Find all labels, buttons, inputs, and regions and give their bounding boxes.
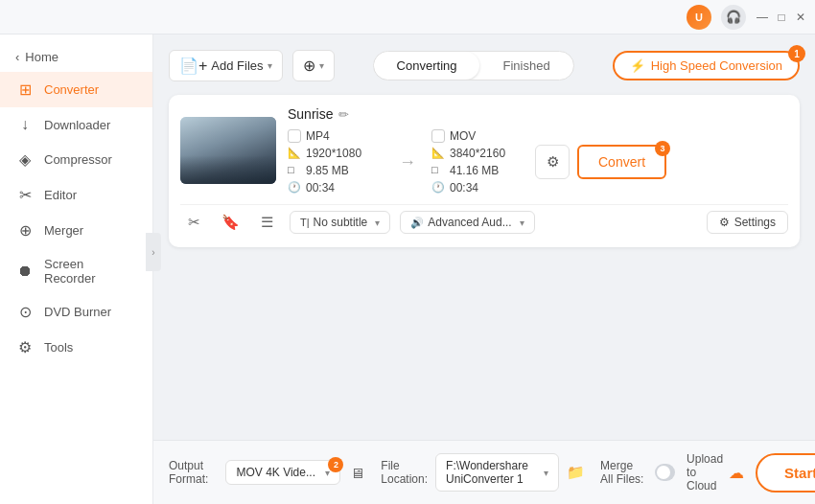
source-size-icon: □ (288, 164, 301, 177)
start-all-button[interactable]: Start All (756, 453, 815, 493)
close-button[interactable]: ✕ (794, 11, 807, 24)
high-speed-wrapper: ⚡ High Speed Conversion 1 (613, 51, 800, 80)
dest-resolution-icon: 📐 (431, 147, 445, 160)
output-format-icon-button[interactable]: 🖥 (348, 459, 365, 486)
maximize-button[interactable]: □ (775, 11, 788, 24)
source-size-field: □ 9.85 MB (288, 164, 384, 177)
subtitle-chevron: ▾ (375, 218, 380, 228)
dest-duration: 00:34 (450, 181, 478, 195)
dest-size-field: □ 41.16 MB (431, 164, 527, 177)
dest-format-checkbox (431, 129, 445, 143)
lightning-icon: ⚡ (630, 58, 645, 73)
file-location-label: File Location: (381, 459, 428, 486)
settings-gear-icon: ⚙ (719, 216, 730, 229)
user-avatar: U (687, 5, 711, 30)
file-location-chevron: ▾ (544, 468, 548, 478)
tools-icon: ⚙ (15, 338, 35, 356)
sidebar-item-merger[interactable]: ⊕ Merger (0, 213, 152, 248)
settings-label: Settings (734, 216, 776, 229)
file-item-bottom: ✂ 🔖 ☰ T| No subtitle ▾ 🔊 Advanced Aud...… (180, 204, 788, 236)
convert-btn-wrapper: Convert 3 (577, 145, 666, 179)
format-row: MP4 📐 1920*1080 □ 9.85 MB 🕐 (288, 129, 788, 195)
edit-icon[interactable]: ✏ (338, 107, 349, 122)
title-bar-controls: U 🎧 — □ ✕ (687, 5, 807, 30)
dest-format-field: MOV (431, 129, 527, 143)
merge-files-toggle[interactable] (655, 464, 675, 481)
sidebar-item-label-downloader: Downloader (44, 118, 110, 132)
dest-size: 41.16 MB (450, 164, 499, 177)
sidebar-collapse-button[interactable]: › (146, 233, 161, 271)
dvd-burner-icon: ⊙ (15, 303, 35, 321)
sidebar-item-editor[interactable]: ✂ Editor (0, 177, 152, 213)
source-duration-field: 🕐 00:34 (288, 181, 384, 195)
output-format-label: Output Format: (169, 459, 218, 486)
dest-format: MOV (450, 129, 476, 143)
minimize-button[interactable]: — (756, 11, 769, 24)
source-resolution: 1920*1080 (306, 147, 361, 160)
convert-button[interactable]: Convert (577, 145, 666, 179)
tab-converting[interactable]: Converting (374, 52, 480, 80)
sidebar-item-screen-recorder[interactable]: ⏺ Screen Recorder (0, 248, 152, 294)
output-format-select[interactable]: MOV 4K Vide... ▾ 2 (225, 460, 340, 485)
sidebar-item-label-editor: Editor (44, 188, 77, 202)
file-thumbnail (180, 117, 276, 184)
dest-size-icon: □ (431, 164, 445, 177)
topbar: 📄+ Add Files ▾ ⊕ ▾ Converting Finished ⚡… (169, 50, 800, 81)
sidebar-item-label-screen-recorder: Screen Recorder (44, 257, 137, 286)
audio-icon: 🔊 (410, 217, 424, 229)
sidebar: ‹ Home ⊞ Converter ↓ Downloader ◈ Compre… (0, 34, 153, 504)
add-more-button[interactable]: ⊕ ▾ (292, 50, 335, 81)
audio-chevron: ▾ (520, 218, 524, 228)
high-speed-badge: 1 (788, 45, 805, 62)
converter-icon: ⊞ (15, 80, 35, 99)
cloud-icon: ☁ (729, 464, 744, 482)
tab-finished[interactable]: Finished (479, 52, 572, 80)
sidebar-back-button[interactable]: ‹ Home (0, 42, 152, 72)
add-files-icon: 📄+ (179, 57, 207, 75)
settings-button[interactable]: ⚙ Settings (707, 211, 788, 234)
sidebar-item-label-tools: Tools (44, 340, 73, 355)
high-speed-label: High Speed Conversion (651, 58, 782, 73)
footer-right: Merge All Files: Upload to Cloud ☁ Start… (600, 452, 815, 493)
sidebar-item-dvd-burner[interactable]: ⊙ DVD Burner (0, 294, 152, 330)
file-location-value: F:\Wondershare UniConverter 1 (446, 459, 540, 486)
sidebar-item-downloader[interactable]: ↓ Downloader (0, 107, 152, 142)
add-more-icon: ⊕ (303, 57, 315, 75)
upload-cloud-field: Upload to Cloud ☁ (687, 452, 744, 493)
folder-icon-button[interactable]: 📁 (567, 459, 585, 486)
format-source: MP4 📐 1920*1080 □ 9.85 MB 🕐 (288, 129, 384, 195)
high-speed-button[interactable]: ⚡ High Speed Conversion (613, 51, 800, 80)
sidebar-item-label-merger: Merger (44, 223, 83, 238)
add-files-button[interactable]: 📄+ Add Files ▾ (169, 50, 283, 81)
sidebar-item-label-dvd-burner: DVD Burner (44, 305, 111, 319)
audio-select[interactable]: 🔊 Advanced Aud... ▾ (400, 211, 534, 234)
file-location-select[interactable]: F:\Wondershare UniConverter 1 ▾ (435, 453, 559, 492)
main-layout: ‹ Home ⊞ Converter ↓ Downloader ◈ Compre… (0, 34, 815, 504)
sidebar-item-converter[interactable]: ⊞ Converter (0, 72, 152, 107)
dest-resolution-field: 📐 3840*2160 (431, 147, 527, 160)
dest-duration-field: 🕐 00:34 (431, 181, 527, 195)
source-duration-icon: 🕐 (288, 181, 301, 195)
editor-icon: ✂ (15, 186, 35, 204)
convert-badge: 3 (655, 141, 670, 156)
merger-icon: ⊕ (15, 221, 35, 240)
subtitle-select[interactable]: T| No subtitle ▾ (290, 211, 390, 234)
file-location-field: File Location: F:\Wondershare UniConvert… (381, 453, 585, 492)
sidebar-item-tools[interactable]: ⚙ Tools (0, 330, 152, 365)
audio-label: Advanced Aud... (428, 216, 511, 229)
add-files-label: Add Files (211, 58, 263, 73)
bookmark-button[interactable]: 🔖 (217, 209, 244, 236)
list-button[interactable]: ☰ (253, 209, 280, 236)
scissors-button[interactable]: ✂ (180, 209, 207, 236)
merge-files-label: Merge All Files: (600, 459, 647, 486)
sidebar-item-label-converter: Converter (44, 82, 99, 97)
gear-settings-button[interactable]: ⚙ (535, 145, 570, 179)
file-name: Sunrise (288, 106, 333, 122)
convert-arrow-icon: → (391, 152, 424, 172)
tab-group: Converting Finished (373, 51, 574, 80)
sidebar-item-compressor[interactable]: ◈ Compressor (0, 142, 152, 177)
headset-icon-button[interactable]: 🎧 (721, 5, 746, 30)
source-format: MP4 (306, 129, 330, 143)
source-resolution-field: 📐 1920*1080 (288, 147, 384, 160)
output-format-badge: 2 (328, 457, 343, 472)
